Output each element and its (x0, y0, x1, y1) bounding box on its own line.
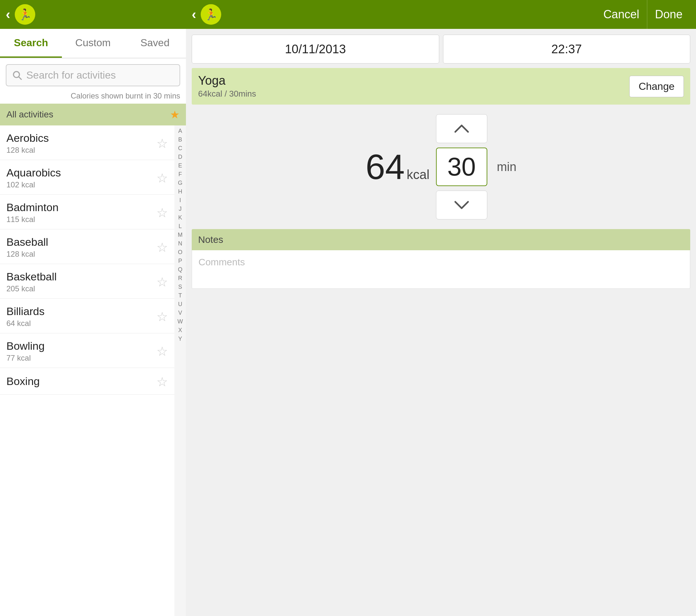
section-title: All activities (6, 109, 53, 120)
chevron-up-icon (454, 124, 470, 134)
favorite-star-icon[interactable]: ☆ (156, 240, 168, 255)
alpha-F[interactable]: F (178, 170, 182, 179)
list-item[interactable]: Baseball 128 kcal ☆ (0, 229, 174, 264)
list-item[interactable]: Boxing ☆ (0, 368, 174, 395)
alpha-D[interactable]: D (178, 153, 183, 161)
alpha-M[interactable]: M (178, 231, 183, 239)
search-icon (12, 70, 22, 80)
list-item[interactable]: Aquarobics 102 kcal ☆ (0, 160, 174, 195)
right-logo-icon: 🏃 (201, 4, 221, 25)
alpha-T[interactable]: T (178, 291, 182, 300)
activity-name: Bowling (6, 340, 45, 352)
activity-kcal: 115 kcal (6, 215, 59, 224)
tab-custom[interactable]: Custom (62, 29, 124, 58)
activity-name: Aquarobics (6, 167, 61, 179)
right-header: ‹ 🏃 Cancel Done (186, 0, 696, 29)
tab-search[interactable]: Search (0, 29, 62, 58)
alphabet-index: A B C D E F G H I J K L M N O P Q R S T … (174, 125, 186, 616)
tabs-bar: Search Custom Saved (0, 29, 186, 58)
activity-items: Aerobics 128 kcal ☆ Aquarobics 102 kcal … (0, 125, 174, 616)
alpha-K[interactable]: K (178, 213, 182, 222)
logo-icon: 🏃 (15, 4, 35, 25)
favorite-star-icon[interactable]: ☆ (156, 171, 168, 185)
selected-activity-header: Yoga 64kcal / 30mins Change (192, 68, 690, 105)
left-panel: ‹ 🏃 Search Custom Saved Search for activ… (0, 0, 186, 616)
alpha-B[interactable]: B (178, 135, 182, 144)
alpha-J[interactable]: J (179, 205, 182, 213)
alpha-I[interactable]: I (179, 196, 181, 205)
favorite-star-icon[interactable]: ☆ (156, 374, 168, 389)
alpha-U[interactable]: U (178, 300, 183, 309)
alpha-O[interactable]: O (178, 248, 183, 257)
min-unit: min (494, 160, 517, 174)
alpha-N[interactable]: N (178, 239, 183, 248)
svg-point-0 (14, 72, 19, 78)
selected-activity-sub: 64kcal / 30mins (198, 89, 256, 99)
activity-name: Aerobics (6, 132, 49, 144)
back-button[interactable]: ‹ (6, 8, 10, 21)
cancel-button[interactable]: Cancel (596, 0, 647, 29)
date-field[interactable]: 10/11/2013 (192, 35, 439, 63)
activity-kcal: 205 kcal (6, 284, 57, 293)
alpha-W[interactable]: W (178, 317, 183, 326)
increment-button[interactable] (436, 114, 487, 143)
comments-placeholder: Comments (199, 257, 245, 267)
search-placeholder: Search for activities (26, 69, 116, 81)
chevron-down-icon (454, 200, 470, 210)
alpha-E[interactable]: E (178, 161, 182, 170)
selected-activity-name: Yoga (198, 74, 256, 88)
list-item[interactable]: Billiards 64 kcal ☆ (0, 299, 174, 333)
time-field[interactable]: 22:37 (443, 35, 691, 63)
list-item[interactable]: Bowling 77 kcal ☆ (0, 333, 174, 368)
kcal-unit: kcal (407, 168, 429, 182)
list-item[interactable]: Basketball 205 kcal ☆ (0, 264, 174, 299)
minutes-stepper: 30 (436, 114, 487, 219)
favorite-star-icon[interactable]: ☆ (156, 309, 168, 324)
alpha-Y[interactable]: Y (178, 335, 182, 343)
activity-kcal: 128 kcal (6, 250, 48, 259)
done-button[interactable]: Done (647, 0, 690, 29)
alpha-S[interactable]: S (178, 283, 182, 291)
favorite-star-icon[interactable]: ☆ (156, 275, 168, 289)
activity-kcal: 64 kcal (6, 319, 45, 328)
alpha-Q[interactable]: Q (178, 265, 183, 274)
alpha-H[interactable]: H (178, 187, 183, 196)
alpha-C[interactable]: C (178, 144, 183, 153)
kcal-value: 64 (365, 149, 405, 184)
decrement-button[interactable] (436, 190, 487, 219)
alpha-P[interactable]: P (178, 257, 182, 265)
minutes-value[interactable]: 30 (436, 148, 487, 186)
favorite-star-icon[interactable]: ☆ (156, 205, 168, 220)
svg-line-1 (19, 77, 22, 80)
change-activity-button[interactable]: Change (629, 76, 684, 97)
alpha-A[interactable]: A (178, 127, 182, 135)
activity-list: Aerobics 128 kcal ☆ Aquarobics 102 kcal … (0, 125, 186, 616)
notes-body[interactable]: Comments (192, 250, 690, 289)
left-header: ‹ 🏃 (0, 0, 186, 29)
alpha-R[interactable]: R (178, 274, 183, 283)
tab-saved[interactable]: Saved (124, 29, 186, 58)
search-box-container: Search for activities (0, 58, 186, 90)
alpha-G[interactable]: G (178, 179, 183, 187)
favorite-star-icon[interactable]: ☆ (156, 344, 168, 359)
section-header: All activities ★ (0, 104, 186, 125)
kcal-display: 64 kcal (365, 149, 430, 184)
activity-kcal: 128 kcal (6, 146, 49, 155)
datetime-row: 10/11/2013 22:37 (186, 29, 696, 63)
notes-header: Notes (192, 229, 690, 250)
search-box[interactable]: Search for activities (6, 64, 180, 86)
cal-min-section: 64 kcal 30 min (186, 105, 696, 229)
activity-name: Boxing (6, 375, 40, 388)
activity-name: Baseball (6, 236, 48, 248)
list-item[interactable]: Aerobics 128 kcal ☆ (0, 125, 174, 160)
activity-kcal: 77 kcal (6, 354, 45, 363)
alpha-V[interactable]: V (178, 309, 182, 317)
star-gold-icon[interactable]: ★ (170, 108, 179, 121)
activity-name: Billiards (6, 305, 45, 318)
right-back-button[interactable]: ‹ (192, 8, 196, 21)
favorite-star-icon[interactable]: ☆ (156, 136, 168, 151)
list-item[interactable]: Badminton 115 kcal ☆ (0, 195, 174, 229)
alpha-X[interactable]: X (178, 326, 182, 335)
calories-hint: Calories shown burnt in 30 mins (0, 90, 186, 104)
alpha-L[interactable]: L (178, 222, 182, 231)
